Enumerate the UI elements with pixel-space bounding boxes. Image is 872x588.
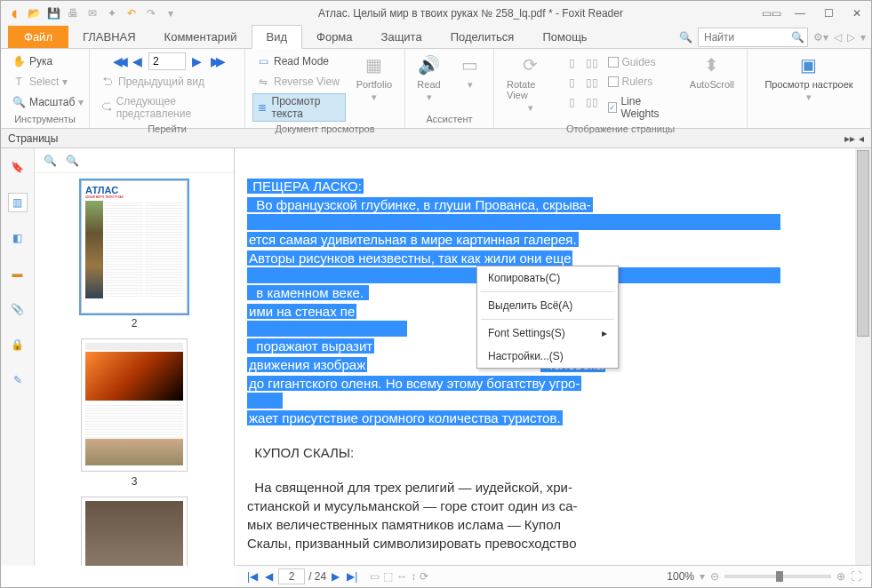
zoom-tool[interactable]: 🔍Масштаб▾ [8, 93, 87, 111]
panel-menu-icon[interactable]: ◂ [859, 132, 864, 145]
group-assist-label: Ассистент [412, 112, 486, 124]
layout5-icon[interactable]: ▯▯ [585, 75, 599, 90]
sparkle-icon[interactable]: ✦ [104, 5, 120, 21]
sb-prev-page[interactable]: ◀ [263, 570, 275, 583]
select-tool[interactable]: ᎢSelect▾ [8, 73, 87, 91]
thumb-zoom-in-icon[interactable]: 🔍 [44, 155, 57, 167]
close-button[interactable]: ✕ [848, 7, 866, 20]
thumbnails-scroll[interactable]: АТЛАС ЦЕЛЫЙ МИР В ТВОИХ РУКАХ 2 3 [35, 173, 234, 566]
signatures-tab[interactable]: ✎ [8, 370, 28, 390]
layout4-icon[interactable]: ▯▯ [585, 56, 599, 70]
layout2-icon[interactable]: ▯ [565, 75, 580, 90]
search-input[interactable] [699, 31, 788, 44]
attachments-tab[interactable]: 📎 [8, 299, 28, 319]
sb-next-page[interactable]: ▶ [330, 570, 341, 583]
pages-icon: ▥ [12, 196, 22, 209]
last-page-button[interactable]: ▶▶ [208, 54, 224, 68]
read-mode-button[interactable]: ▭Read Mode [252, 52, 346, 70]
maximize-button[interactable]: ☐ [820, 7, 837, 20]
tab-help[interactable]: Помощь [528, 26, 601, 48]
file-tab[interactable]: Файл [8, 26, 68, 48]
sb-zoom-dropdown[interactable]: ▾ [700, 570, 705, 583]
next-view-button[interactable]: ⮎Следующее представление [97, 93, 237, 122]
nav-iconbar: 🔖 ▥ ◧ ▬ 📎 🔒 ✎ [1, 148, 35, 566]
first-page-button[interactable]: ◀◀ [110, 54, 126, 68]
tab-form[interactable]: Форма [302, 26, 367, 48]
open-icon[interactable]: 📂 [26, 5, 42, 21]
assist-extra-button[interactable]: ▭▾ [452, 52, 488, 91]
folder-search-icon[interactable]: 🔍 [679, 31, 692, 44]
next-page-button[interactable]: ▶ [189, 54, 204, 68]
sb-fullscreen-icon[interactable]: ⛶ [851, 570, 861, 583]
ctx-select-all[interactable]: Выделить Всё(A) [477, 294, 618, 317]
scrollbar-thumb[interactable] [857, 150, 869, 337]
main-area: 🔖 ▥ ◧ ▬ 📎 🔒 ✎ 🔍 🔍 АТЛАС ЦЕЛЫЙ МИР В ТВОИ… [1, 148, 871, 566]
nav-fwd-icon[interactable]: ▷ [847, 31, 855, 44]
minimize-button[interactable]: — [791, 7, 809, 20]
qat-dropdown-icon[interactable]: ▾ [163, 5, 179, 21]
sb-layout5-icon[interactable]: ⟳ [420, 570, 428, 583]
gear-icon[interactable]: ⚙▾ [813, 31, 828, 44]
thumbnail-page-3[interactable] [81, 338, 188, 472]
sb-layout1-icon[interactable]: ▭ [370, 570, 380, 583]
mail-icon[interactable]: ✉ [84, 5, 100, 21]
thumbnail-page-4[interactable] [81, 497, 188, 566]
sb-zoom-in[interactable]: ⊕ [836, 570, 845, 583]
search-icon[interactable]: 🔍 [788, 31, 807, 44]
redo-icon[interactable]: ↷ [143, 5, 159, 21]
tab-view[interactable]: Вид [252, 25, 303, 49]
view-settings-button[interactable]: ▣Просмотр настроек▾ [759, 52, 858, 103]
layers-tab[interactable]: ◧ [8, 228, 28, 248]
sb-layout4-icon[interactable]: ↕ [411, 570, 416, 583]
reverse-view-button[interactable]: ⇋Reverse View [252, 73, 346, 91]
tab-home[interactable]: ГЛАВНАЯ [68, 26, 150, 48]
ribbon-toggle-icon[interactable]: ▭▭ [763, 7, 780, 20]
prev-page-button[interactable]: ◀ [130, 54, 145, 68]
sb-layout2-icon[interactable]: ⬚ [383, 570, 393, 583]
ctx-copy[interactable]: Копировать(C) [477, 266, 618, 290]
prev-view-button[interactable]: ⮌Предыдущий вид [97, 73, 237, 91]
thumbnail-page-2[interactable]: АТЛАС ЦЕЛЫЙ МИР В ТВОИХ РУКАХ [81, 180, 188, 314]
tab-comment[interactable]: Комментарий [150, 26, 252, 48]
guides-toggle[interactable]: Guides [604, 54, 679, 70]
save-icon[interactable]: 💾 [45, 5, 61, 21]
layout6-icon[interactable]: ▯▯ [585, 95, 599, 109]
rotate-view-button[interactable]: ⟳Rotate View▾ [501, 52, 560, 114]
slider-knob[interactable] [776, 571, 783, 582]
ctx-font-settings[interactable]: Font Settings(S)▸ [477, 322, 618, 345]
sb-last-page[interactable]: ▶| [345, 570, 359, 583]
thumb-zoom-out-icon[interactable]: 🔍 [66, 155, 79, 167]
undo-icon[interactable]: ↶ [124, 5, 140, 21]
nav-back-icon[interactable]: ◁ [834, 31, 842, 44]
tab-share[interactable]: Поделиться [436, 26, 529, 48]
select-icon: Ꭲ [12, 75, 26, 89]
sb-page-input[interactable]: 2 [278, 568, 305, 584]
panel-collapse-icon[interactable]: ▸▸ [844, 132, 855, 145]
hand-icon: ✋ [12, 54, 26, 68]
lock-icon: 🔒 [11, 338, 24, 351]
bookmarks-tab[interactable]: 🔖 [8, 157, 28, 177]
sb-layout3-icon[interactable]: ↔ [396, 570, 407, 583]
sb-zoom-out[interactable]: ⊖ [710, 570, 719, 583]
text-view-button[interactable]: ≣Просмотр текста [252, 93, 346, 122]
layout1-icon[interactable]: ▯ [565, 56, 580, 70]
security-tab[interactable]: 🔒 [8, 335, 28, 354]
search-box[interactable]: 🔍 [698, 28, 808, 47]
vertical-scrollbar[interactable] [855, 148, 871, 566]
sb-first-page[interactable]: |◀ [245, 570, 260, 583]
read-aloud-button[interactable]: 🔊Read▾ [412, 52, 447, 103]
sb-zoom-slider[interactable] [724, 575, 831, 578]
comments-tab[interactable]: ▬ [8, 264, 28, 283]
rulers-toggle[interactable]: Rulers [604, 74, 679, 90]
pages-tab[interactable]: ▥ [8, 193, 28, 212]
tab-protect[interactable]: Защита [367, 26, 436, 48]
layout3-icon[interactable]: ▯ [565, 95, 580, 109]
autoscroll-button[interactable]: ⬍AutoScroll [684, 52, 740, 90]
lineweights-toggle[interactable]: ✓Line Weights [604, 93, 679, 122]
nav-more-icon[interactable]: ▾ [860, 31, 866, 44]
page-number-input[interactable] [148, 52, 186, 70]
print-icon[interactable]: 🖶 [65, 5, 81, 21]
hand-tool[interactable]: ✋Рука [8, 52, 87, 70]
ctx-settings[interactable]: Настройки...(S) [477, 345, 618, 368]
portfolio-button[interactable]: ▦ Portfolio▾ [351, 52, 397, 103]
